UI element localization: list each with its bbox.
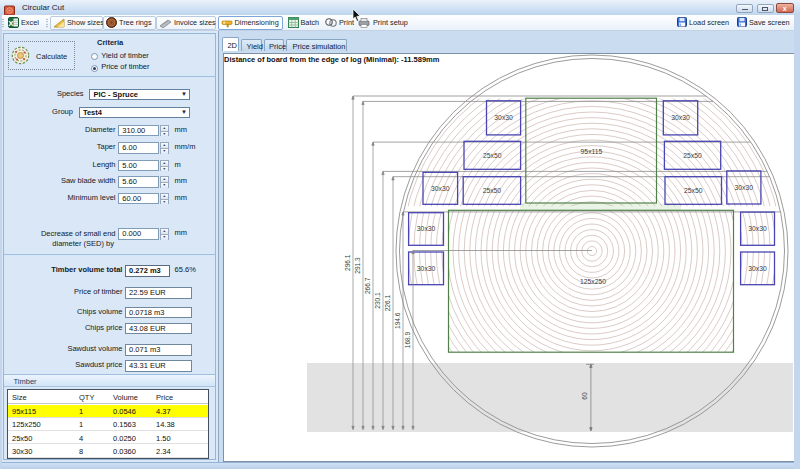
- svg-text:30x30: 30x30: [494, 114, 513, 121]
- svg-text:30x30: 30x30: [417, 265, 436, 272]
- svg-text:125x250: 125x250: [580, 278, 606, 285]
- svg-text:30x30: 30x30: [417, 225, 436, 232]
- svg-text:30x30: 30x30: [735, 184, 754, 191]
- svg-text:230.1: 230.1: [374, 292, 381, 309]
- svg-text:25x50: 25x50: [684, 187, 703, 194]
- svg-text:60: 60: [581, 392, 588, 400]
- svg-text:25x50: 25x50: [483, 152, 502, 159]
- svg-text:296.1: 296.1: [344, 254, 351, 271]
- svg-text:168.9: 168.9: [404, 331, 411, 348]
- svg-text:30x30: 30x30: [748, 265, 767, 272]
- svg-text:25x50: 25x50: [683, 152, 702, 159]
- svg-text:291.3: 291.3: [354, 257, 361, 274]
- svg-text:266.7: 266.7: [364, 277, 371, 294]
- svg-text:95x115: 95x115: [581, 148, 603, 155]
- svg-text:226.1: 226.1: [384, 295, 391, 312]
- svg-text:30x30: 30x30: [671, 114, 690, 121]
- svg-text:30x30: 30x30: [748, 225, 767, 232]
- svg-text:X: X: [8, 19, 14, 28]
- svg-text:194.6: 194.6: [394, 312, 401, 329]
- svg-text:30x30: 30x30: [431, 185, 450, 192]
- svg-text:25x50: 25x50: [483, 187, 502, 194]
